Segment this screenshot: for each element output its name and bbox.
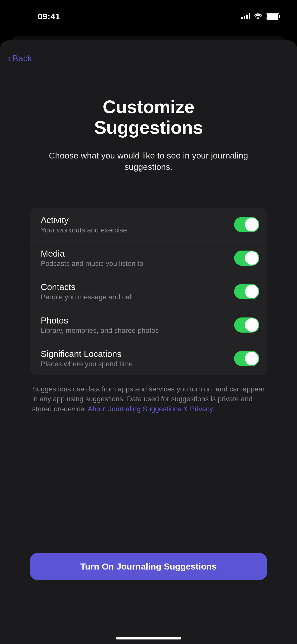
- page-title: Customize Suggestions: [15, 97, 282, 138]
- toggle-photos[interactable]: [234, 317, 259, 333]
- status-icons: [241, 13, 284, 20]
- back-button[interactable]: ‹ Back: [0, 48, 297, 69]
- setting-row-activity: Activity Your workouts and exercise: [30, 208, 267, 241]
- turn-on-button[interactable]: Turn On Journaling Suggestions: [30, 553, 267, 580]
- setting-title: Activity: [41, 215, 127, 225]
- setting-desc: Library, memories, and shared photos: [41, 327, 159, 335]
- footer-note: Suggestions use data from apps and servi…: [32, 384, 265, 414]
- back-label: Back: [12, 53, 32, 63]
- setting-desc: Places where you spend time: [41, 360, 133, 368]
- setting-row-photos: Photos Library, memories, and shared pho…: [30, 308, 267, 342]
- setting-title: Significant Locations: [41, 349, 133, 359]
- setting-row-locations: Significant Locations Places where you s…: [30, 342, 267, 375]
- privacy-link[interactable]: About Journaling Suggestions & Privacy..…: [88, 405, 218, 413]
- svg-rect-1: [244, 16, 245, 19]
- svg-rect-0: [241, 17, 243, 19]
- setting-title: Media: [41, 249, 143, 259]
- setting-desc: People you message and call: [41, 293, 133, 301]
- page-header: Customize Suggestions Choose what you wo…: [0, 69, 297, 183]
- setting-title: Photos: [41, 315, 159, 326]
- setting-row-contacts: Contacts People you message and call: [30, 275, 267, 308]
- toggle-activity[interactable]: [234, 217, 259, 232]
- svg-rect-3: [249, 13, 250, 19]
- chevron-left-icon: ‹: [8, 53, 10, 63]
- toggle-media[interactable]: [234, 251, 259, 266]
- home-indicator[interactable]: [116, 637, 181, 639]
- setting-row-media: Media Podcasts and music you listen to: [30, 241, 267, 275]
- svg-rect-2: [246, 15, 248, 19]
- settings-sheet: ‹ Back Customize Suggestions Choose what…: [0, 40, 297, 644]
- setting-desc: Your workouts and exercise: [41, 226, 127, 234]
- settings-card: Activity Your workouts and exercise Medi…: [30, 208, 267, 375]
- setting-desc: Podcasts and music you listen to: [41, 260, 143, 268]
- status-bar: 09:41: [0, 0, 297, 33]
- cellular-signal-icon: [241, 13, 250, 19]
- status-time: 09:41: [13, 12, 60, 21]
- toggle-contacts[interactable]: [234, 284, 259, 299]
- page-subtitle: Choose what you would like to see in you…: [15, 150, 282, 173]
- toggle-locations[interactable]: [234, 351, 259, 366]
- setting-title: Contacts: [41, 282, 133, 292]
- battery-icon: [266, 13, 279, 20]
- wifi-icon: [254, 13, 262, 19]
